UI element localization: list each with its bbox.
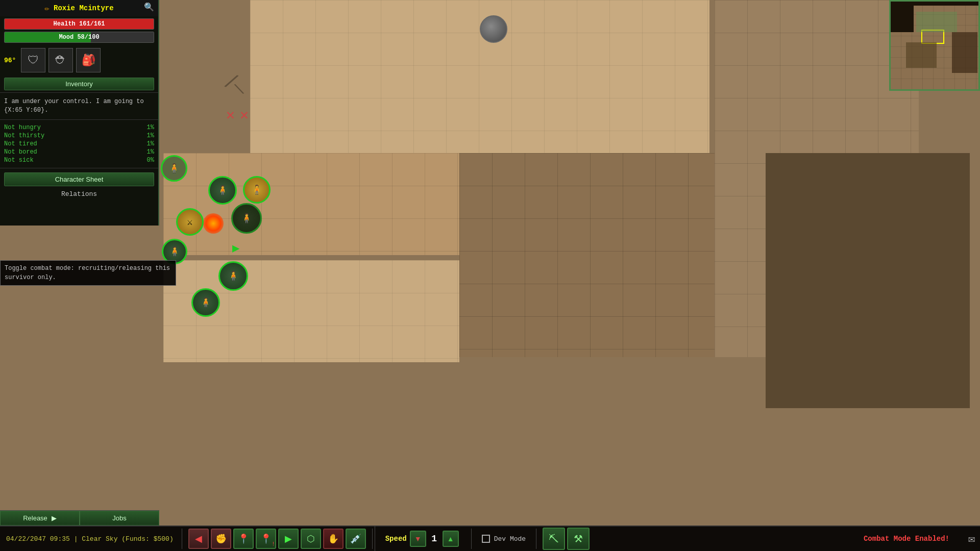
relations-label: Relations [0, 188, 158, 200]
left-panel: ✏ Roxie Mcintyre 🔍 Health 161/161 Mood 5… [0, 0, 159, 226]
hud-separator-3 [471, 529, 472, 549]
x-marker-1: ✕ [226, 106, 235, 123]
bottom-buttons: ◀ ✊ 📍 📍! ▶ ⬡ ✋ 💉 [184, 529, 370, 549]
action-buttons-row: Release▶ Jobs [0, 510, 159, 525]
divider-1 [0, 92, 158, 93]
stats-list: Not hungry 1% Not thirsty 1% Not tired 1… [0, 121, 158, 166]
dark-area [766, 153, 970, 408]
speed-label: Speed [385, 535, 407, 543]
minimap-building-1 [891, 2, 914, 32]
speed-down-button[interactable]: ▼ [410, 531, 426, 547]
divider-2 [0, 119, 158, 120]
stat-row-hungry: Not hungry 1% [4, 123, 154, 132]
mood-bar-fill [5, 32, 91, 42]
weather-text: Clear Sky [82, 535, 117, 543]
health-bar-fill [5, 19, 154, 29]
divider-3 [0, 168, 158, 168]
dev-mode-section: Dev Mode [474, 526, 534, 551]
tooltip-text: Toggle combat mode: recruiting/releasing… [5, 265, 170, 281]
status-info: 04/22/2047 09:35 | Clear Sky (Funds: $50… [0, 535, 180, 543]
metallic-object [480, 15, 507, 43]
panel-bottom-section: Release▶ Jobs [0, 510, 159, 525]
skill-pickaxe-button[interactable]: ⛏ [543, 528, 565, 550]
release-button[interactable]: Release▶ [0, 511, 80, 525]
survivor-8[interactable]: 🧍 [191, 288, 220, 317]
bottom-hud: 04/22/2047 09:35 | Clear Sky (Funds: $50… [0, 525, 980, 551]
stat-name-thirsty: Not thirsty [4, 132, 44, 139]
equipment-row: 96° 🛡 ⛑ 🎒 [0, 45, 158, 76]
stat-name-bored: Not bored [4, 148, 37, 156]
stat-value-hungry: 1% [147, 124, 154, 131]
stat-name-sick: Not sick [4, 157, 34, 164]
combat-mode-text: Combat Mode Enabled! [864, 535, 949, 543]
character-name: Roxie Mcintyre [54, 4, 114, 12]
stat-name-hungry: Not hungry [4, 124, 41, 131]
minimap-inner [891, 2, 978, 89]
stat-row-thirsty: Not thirsty 1% [4, 132, 154, 140]
survivor-5[interactable]: 🧍 [231, 203, 262, 234]
funds-text: (Funds: $500) [121, 535, 173, 543]
mood-bar: Mood 58/100 [4, 32, 154, 43]
hud-separator-4 [536, 529, 536, 549]
dev-mode-checkbox[interactable] [482, 535, 490, 543]
hud-separator-1 [182, 529, 182, 549]
panel-title-bar: ✏ Roxie Mcintyre 🔍 [0, 0, 158, 16]
combat-button[interactable]: ✊ [211, 529, 231, 549]
minimap-terrain-3 [952, 32, 977, 73]
status-text: I am under your control. I am going to {… [0, 94, 158, 118]
jobs-button[interactable]: Jobs [80, 511, 159, 525]
minimap-terrain-2 [906, 42, 937, 68]
speed-up-button[interactable]: ▲ [443, 531, 459, 547]
pencil-icon: ✏ [44, 3, 50, 13]
tile-area-mid-left [163, 153, 459, 255]
character-level: 96° [4, 57, 16, 64]
speed-value: 1 [429, 534, 439, 544]
search-button[interactable]: 🔍 [144, 2, 154, 12]
bag-slot[interactable]: 🎒 [76, 48, 101, 72]
stat-value-thirsty: 1% [147, 132, 154, 139]
grid-button[interactable]: ⬡ [301, 529, 321, 549]
inventory-button[interactable]: Inventory [4, 78, 154, 90]
play-button[interactable]: ▶ [278, 529, 299, 549]
datetime-text: 04/22/2047 09:35 [6, 535, 70, 543]
survivor-4[interactable]: ⚔ [176, 208, 204, 236]
stop-button[interactable]: ✋ [323, 529, 344, 549]
minimap-terrain [916, 12, 957, 32]
stat-name-tired: Not tired [4, 140, 37, 147]
character-sheet-button[interactable]: Character Sheet [4, 172, 154, 186]
x-marker-2: ✕ [240, 106, 249, 123]
stat-row-bored: Not bored 1% [4, 148, 154, 156]
stat-row-sick: Not sick 0% [4, 156, 154, 164]
minimap[interactable] [889, 0, 980, 91]
speed-section: Speed ▼ 1 ▲ [375, 526, 469, 551]
menu-button[interactable]: ◀ [188, 529, 209, 549]
stat-value-bored: 1% [147, 148, 154, 156]
heal-button[interactable]: 💉 [346, 529, 366, 549]
survivor-3[interactable]: 🧍 [243, 176, 271, 204]
skill-buttons-section: ⛏ ⚒ [538, 528, 594, 550]
minimap-building-2 [891, 2, 980, 6]
stat-value-tired: 1% [147, 140, 154, 147]
survivor-2[interactable]: 🧍 [208, 176, 237, 205]
movement-arrow: ▶ [232, 241, 239, 256]
floor-crack: \ [233, 81, 246, 100]
tile-area-top-right [250, 0, 709, 153]
tooltip-box: Toggle combat mode: recruiting/releasing… [0, 260, 176, 286]
marker-button[interactable]: 📍! [256, 529, 276, 549]
survivor-7[interactable]: 🧍 [218, 261, 248, 291]
head-slot[interactable]: ⛑ [48, 48, 73, 72]
torso-slot[interactable]: 🛡 [21, 48, 45, 72]
skill-tools-button[interactable]: ⚒ [567, 528, 590, 550]
stat-value-sick: 0% [147, 157, 154, 164]
survivor-1[interactable]: 🧍 [161, 155, 187, 182]
dev-mode-label: Dev Mode [494, 535, 526, 543]
waypoint-button[interactable]: 📍 [233, 529, 254, 549]
hud-separator-2 [372, 529, 373, 549]
health-bar: Health 161/161 [4, 18, 154, 30]
mail-icon[interactable]: ✉ [968, 532, 975, 546]
explosion-effect [203, 213, 224, 234]
stat-row-tired: Not tired 1% [4, 140, 154, 148]
